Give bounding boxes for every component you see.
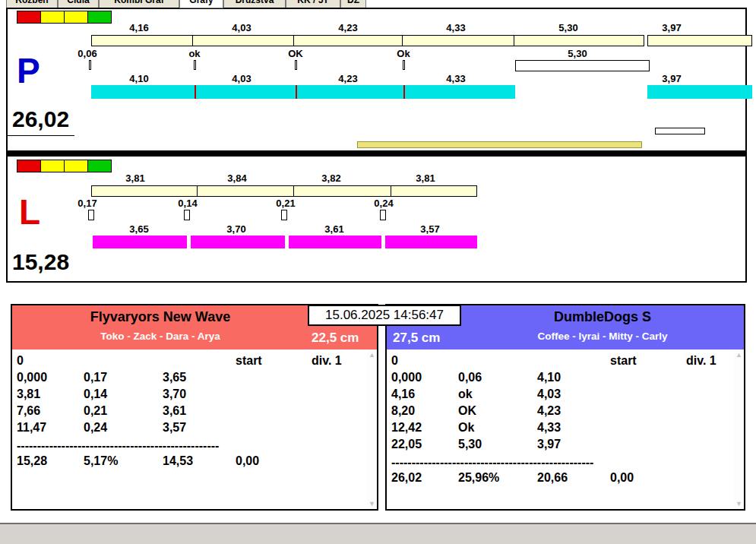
- mark-label: Ok: [382, 48, 425, 59]
- reaction-cell: OK: [458, 404, 476, 418]
- table-row: 3,81 0,14 3,70: [12, 387, 377, 403]
- team-left-table: 0 start div. 1 0,000 0,17 3,65 3,81 0,14…: [12, 349, 377, 509]
- segment-divider: [402, 36, 403, 46]
- table-row: 7,66 0,21 3,61: [12, 404, 377, 419]
- division-header: div. 1: [312, 354, 342, 368]
- split-time-label: 5,30: [547, 22, 590, 33]
- change-tick: [403, 60, 405, 70]
- team-left-name: Flyvaryors New Wave: [12, 309, 308, 325]
- total-net-cell: 14,53: [163, 454, 193, 468]
- net-time-bar-magenta: [93, 236, 187, 248]
- cumulative-cell: 22,05: [391, 438, 422, 451]
- net-time-bar-magenta: [191, 236, 285, 248]
- segment-divider: [391, 186, 391, 196]
- application-window: Rozbeh Cidla Kombi Graf Grafy Druzstva K…: [0, 0, 756, 544]
- segment-divider: [192, 36, 193, 46]
- lane-l-letter: L: [19, 195, 40, 229]
- lane-p-letter: P: [17, 53, 40, 88]
- scroll-up-icon[interactable]: ▲: [367, 351, 377, 359]
- net-time-bar-magenta: [289, 236, 381, 248]
- total-percent-cell: 25,96%: [458, 471, 499, 485]
- net-time-label: 4,10: [118, 73, 160, 84]
- mark-label: OK: [274, 48, 317, 59]
- cumulative-cell: 7,66: [17, 404, 40, 418]
- team-left-members: Toko - Zack - Dara - Arya: [12, 331, 308, 342]
- small-outline-bar: [655, 128, 705, 134]
- table-row: 22,05 5,30 3,97: [387, 438, 744, 453]
- change-box: [281, 210, 287, 220]
- tab-grafy[interactable]: Grafy: [179, 0, 223, 8]
- total-time-cell: 15,28: [17, 454, 47, 468]
- status-light-green: [87, 160, 112, 172]
- table-row: 0,000 0,06 4,10: [387, 371, 744, 386]
- segment-divider: [197, 186, 198, 196]
- scroll-down-icon[interactable]: ▼: [734, 500, 744, 508]
- split-time-label: 3,97: [650, 22, 693, 33]
- table-total-row: 15,28 5,17% 14,53 0,00: [12, 454, 377, 470]
- total-percent-cell: 5,17%: [84, 454, 118, 468]
- timestamp-display: 15.06.2025 14:56:47: [308, 305, 461, 326]
- reaction-label: 0,21: [264, 198, 307, 209]
- change-box: [88, 210, 94, 220]
- lap-header: 0: [17, 354, 24, 368]
- table-row: 0,000 0,17 3,65: [12, 371, 377, 386]
- split-cell: 4,10: [537, 371, 561, 384]
- reaction-label: 0,17: [66, 198, 109, 209]
- mark-label: 5,30: [556, 48, 599, 59]
- cumulative-cell: 3,81: [17, 387, 40, 401]
- cumulative-cell: 4,16: [391, 387, 415, 401]
- cumulative-cell: 11,47: [17, 421, 46, 435]
- cumulative-cell: 8,20: [391, 404, 415, 418]
- status-light-green: [87, 11, 112, 24]
- total-underline: [8, 135, 74, 136]
- split-time-label: 4,23: [327, 22, 369, 33]
- team-right-members: Coffee - lyrai - Mitty - Carly: [461, 331, 744, 342]
- team-right-panel: DumbleDogs S Coffee - lyrai - Mitty - Ca…: [385, 304, 745, 511]
- net-time-label: 3,97: [650, 73, 693, 84]
- split-cell: 4,33: [537, 421, 561, 435]
- reaction-cell: ok: [458, 387, 473, 401]
- segment-divider: [293, 36, 294, 46]
- table-separator: ----------------------------------------…: [391, 456, 593, 470]
- total-penalty-cell: 0,00: [236, 454, 259, 468]
- team-right-table: 0 start div. 1 0,000 0,06 4,10 4,16 ok 4…: [387, 349, 744, 509]
- scroll-up-icon[interactable]: ▲: [734, 351, 744, 359]
- progress-bar-yellow: [357, 141, 642, 148]
- split-cell: 4,03: [537, 387, 561, 401]
- reaction-cell: 0,21: [84, 404, 107, 418]
- reaction-cell: 5,30: [458, 438, 482, 451]
- split-time-label: 4,03: [220, 22, 263, 33]
- status-light-yellow: [40, 160, 65, 172]
- split-bar-cream: [91, 185, 477, 197]
- table-scrollbar: ▲ ▼: [734, 349, 744, 509]
- net-time-label: 3,61: [313, 223, 356, 235]
- net-time-label: 4,33: [435, 73, 477, 84]
- change-box: [380, 210, 386, 220]
- scroll-down-icon[interactable]: ▼: [367, 500, 377, 508]
- reaction-cell: 0,06: [458, 371, 482, 384]
- status-light-yellow: [64, 160, 88, 172]
- table-total-row: 26,02 25,96% 20,66 0,00: [387, 471, 744, 486]
- team-right-name: DumbleDogs S: [461, 309, 744, 325]
- split-cell: 3,70: [163, 387, 186, 401]
- status-light-red: [17, 11, 41, 24]
- total-time-cell: 26,02: [391, 471, 422, 485]
- total-penalty-cell: 0,00: [610, 471, 634, 485]
- start-tick: [89, 60, 91, 70]
- split-time-label: 4,33: [435, 22, 477, 33]
- split-time-label: 3,81: [114, 172, 157, 184]
- table-row: 11,47 0,24 3,57: [12, 421, 377, 436]
- table-separator: ----------------------------------------…: [17, 439, 219, 453]
- start-header: start: [236, 354, 262, 368]
- team-right-jump-height: 27,5 cm: [393, 331, 440, 346]
- lane-l-total-time: 15,28: [12, 251, 69, 274]
- split-time-label: 4,16: [118, 22, 160, 33]
- division-header: div. 1: [686, 354, 716, 368]
- status-light-red: [17, 160, 41, 172]
- lane-p-panel: 4,16 4,03 4,23 4,33 5,30 3,97 0,06 ok OK…: [6, 8, 747, 152]
- split-time-label: 3,84: [216, 172, 258, 184]
- table-row: 4,16 ok 4,03: [387, 387, 744, 403]
- net-time-label: 4,23: [327, 73, 369, 84]
- segment-divider: [293, 186, 294, 196]
- reaction-cell: 0,14: [84, 387, 107, 401]
